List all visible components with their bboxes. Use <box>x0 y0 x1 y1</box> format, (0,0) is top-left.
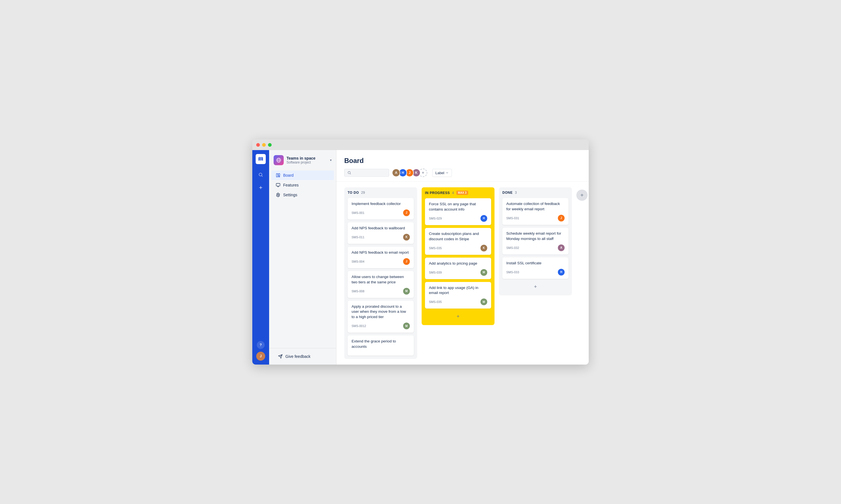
sidebar-project: Teams in space Software project ▾ Board <box>269 150 337 364</box>
board-toolbar: A H J K + Label <box>344 168 581 177</box>
sidebar-item-board[interactable]: Board <box>271 170 334 180</box>
sidebar-narrow: ? J <box>252 150 269 364</box>
card-sms-039-footer: SMS-039 M <box>429 269 487 276</box>
card-sms-035b-avatar: M <box>480 299 487 305</box>
user-avatar[interactable]: J <box>256 352 265 361</box>
card-sms-031[interactable]: Automate collection of feedback for week… <box>502 198 568 225</box>
card-sms-029-footer: SMS-029 H <box>429 215 487 222</box>
card-sms-035b-title: Add link to app usage (GA) in email repo… <box>429 285 487 296</box>
card-sms-035a-avatar: K <box>480 245 487 251</box>
minimize-button[interactable] <box>262 143 266 147</box>
card-sms-033[interactable]: Install SSL certificate SMS-033 H <box>502 257 568 279</box>
search-box[interactable] <box>344 169 389 177</box>
card-sms-033-avatar: H <box>558 269 565 275</box>
card-sms-011[interactable]: Add NPS feedback to wallboard SMS-011 K <box>348 222 414 244</box>
sidebar-item-settings[interactable]: Settings <box>271 190 334 200</box>
card-sms-032-avatar: A <box>558 245 565 251</box>
board-title: Board <box>344 157 581 165</box>
card-sms-029-id: SMS-029 <box>429 217 442 220</box>
card-sms-0012[interactable]: Apply a prorated discount to a user when… <box>348 301 414 333</box>
card-sms-008-footer: SMS-008 M <box>351 288 410 294</box>
card-sms-031-avatar: J <box>558 215 565 221</box>
card-sms-008-avatar: M <box>403 288 410 294</box>
search-icon <box>347 171 351 175</box>
card-sms-032-footer: SMS-032 A <box>506 245 565 251</box>
card-sms-031-title: Automate collection of feedback for week… <box>506 201 565 212</box>
column-todo-count: 29 <box>361 191 365 195</box>
card-sms-035b-id: SMS-035 <box>429 300 442 304</box>
card-sms-004-footer: SMS-004 J <box>351 258 410 265</box>
column-inprogress: IN PROGRESS 4 MAX 3 Force SSL on any pag… <box>422 187 495 325</box>
give-feedback-button[interactable]: Give feedback <box>274 352 332 361</box>
card-sms-029-avatar: H <box>480 215 487 222</box>
board-header: Board A H J K + <box>337 150 589 182</box>
card-sms-011-avatar: K <box>403 234 410 240</box>
chevron-down-icon: ▾ <box>330 158 332 162</box>
help-icon-button[interactable]: ? <box>257 341 264 349</box>
member-avatar-1[interactable]: A <box>392 168 400 177</box>
maximize-button[interactable] <box>268 143 272 147</box>
sidebar-item-features[interactable]: Features <box>271 180 334 190</box>
card-sms-008[interactable]: Allow users to change between two tiers … <box>348 271 414 298</box>
column-todo: TO DO 29 Implement feedback collector SM… <box>344 187 417 359</box>
card-sms-035b[interactable]: Add link to app usage (GA) in email repo… <box>425 282 491 309</box>
card-sms-029[interactable]: Force SSL on any page that contains acco… <box>425 198 491 225</box>
add-card-inprogress-button[interactable]: + <box>425 311 491 322</box>
svg-rect-7 <box>276 174 278 177</box>
card-sms-039[interactable]: Add analytics to pricing page SMS-039 M <box>425 257 491 279</box>
card-sms-008-id: SMS-008 <box>351 289 364 293</box>
app-window: ? J Teams in space <box>252 140 589 364</box>
project-icon <box>274 155 284 165</box>
svg-point-0 <box>259 173 262 176</box>
project-header[interactable]: Teams in space Software project ▾ <box>269 150 336 169</box>
label-filter-button[interactable]: Label <box>432 169 452 177</box>
card-sms-039-id: SMS-039 <box>429 271 442 274</box>
card-sms-032[interactable]: Schedule weekly email report for Monday … <box>502 228 568 254</box>
search-icon-button[interactable] <box>256 170 266 180</box>
card-sms-004-avatar: J <box>403 258 410 265</box>
card-sms-0012-footer: SMS-0012 M <box>351 323 410 329</box>
card-sms-0012-avatar: M <box>403 323 410 329</box>
card-sms-011-id: SMS-011 <box>351 235 364 239</box>
svg-rect-10 <box>276 183 280 186</box>
card-sms-001-footer: SMS-001 J <box>351 210 410 216</box>
card-sms-004-title: Add NPS feedback to email report <box>351 250 410 255</box>
sidebar-item-features-label: Features <box>283 183 298 187</box>
column-done-title: DONE <box>502 191 513 195</box>
nav-items: Board Features Se <box>269 169 336 201</box>
card-sms-008-title: Allow users to change between two tiers … <box>351 274 410 285</box>
column-inprogress-badge: MAX 3 <box>457 191 468 195</box>
card-sms-001[interactable]: Implement feedback collector SMS-001 J <box>348 198 414 219</box>
column-inprogress-header: IN PROGRESS 4 MAX 3 <box>425 191 491 195</box>
card-sms-0013[interactable]: Extend the grace period to accounts <box>348 336 414 356</box>
card-sms-032-id: SMS-032 <box>506 246 519 250</box>
card-sms-0012-title: Apply a prorated discount to a user when… <box>351 304 410 320</box>
add-card-done-button[interactable]: + <box>502 282 568 292</box>
create-icon-button[interactable] <box>256 183 266 193</box>
card-sms-001-avatar: J <box>403 210 410 216</box>
card-sms-033-footer: SMS-033 H <box>506 269 565 275</box>
svg-rect-8 <box>278 174 280 176</box>
card-sms-011-footer: SMS-011 K <box>351 234 410 240</box>
card-sms-029-title: Force SSL on any page that contains acco… <box>429 202 487 212</box>
card-sms-035a-footer: SMS-035 K <box>429 245 487 251</box>
svg-rect-9 <box>278 176 280 177</box>
add-column-button[interactable]: + <box>577 190 588 201</box>
card-sms-035a-id: SMS-035 <box>429 247 442 250</box>
project-name: Teams in space <box>287 156 327 160</box>
close-button[interactable] <box>256 143 260 147</box>
app-logo[interactable] <box>256 154 266 164</box>
card-sms-035a[interactable]: Create subscription plans and discount c… <box>425 228 491 255</box>
member-avatars: A H J K + <box>392 168 427 177</box>
column-todo-header: TO DO 29 <box>348 191 414 195</box>
card-sms-031-footer: SMS-031 J <box>506 215 565 221</box>
card-sms-033-id: SMS-033 <box>506 270 519 274</box>
board-body: TO DO 29 Implement feedback collector SM… <box>337 182 589 364</box>
app-body: ? J Teams in space <box>252 150 589 364</box>
card-sms-039-avatar: M <box>480 269 487 276</box>
card-sms-004[interactable]: Add NPS feedback to email report SMS-004… <box>348 247 414 268</box>
column-done-header: DONE 3 <box>502 191 568 195</box>
card-sms-033-title: Install SSL certificate <box>506 261 565 266</box>
card-sms-035b-footer: SMS-035 M <box>429 299 487 305</box>
card-sms-0012-id: SMS-0012 <box>351 324 366 328</box>
